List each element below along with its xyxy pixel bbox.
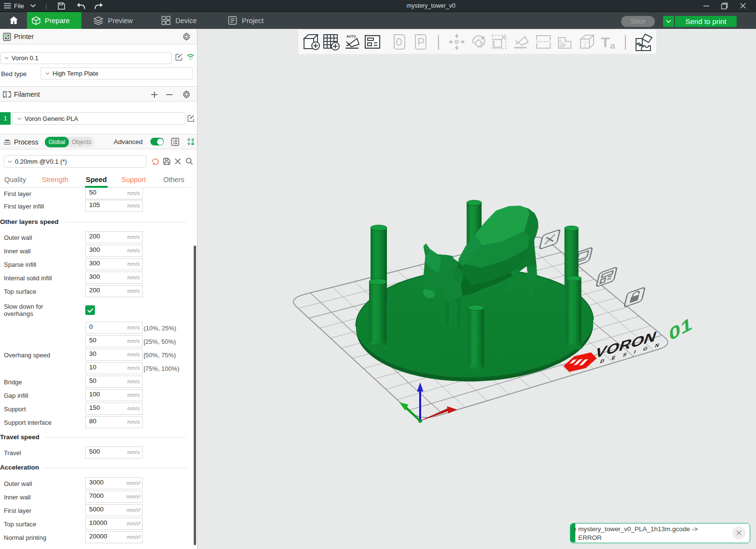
svg-text:AUTO: AUTO <box>346 35 356 38</box>
svg-text:T: T <box>601 34 610 50</box>
svg-text:01: 01 <box>668 313 693 345</box>
svg-text:a: a <box>610 40 615 51</box>
